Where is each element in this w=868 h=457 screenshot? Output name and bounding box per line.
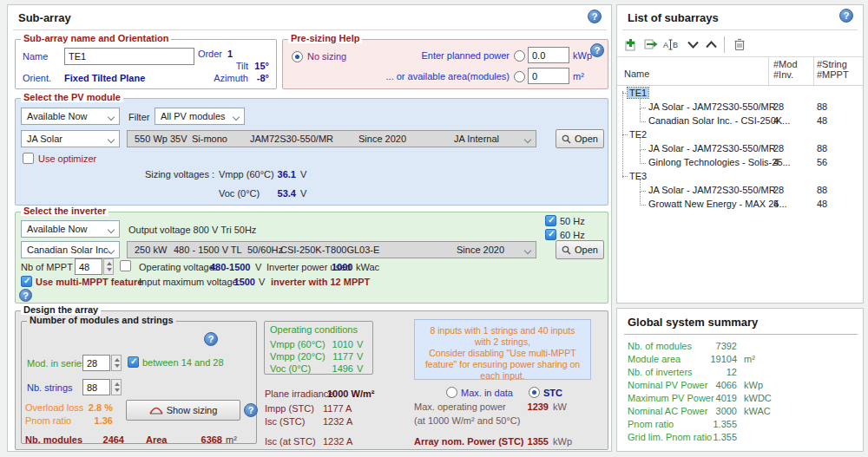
inverter-model-freq: 50/60Hz	[247, 245, 280, 255]
azimuth-value: -8°	[243, 73, 269, 83]
rename-subarray-button[interactable]: AB	[662, 36, 680, 52]
inverter-group: Select the inverter Available Now Output…	[15, 212, 608, 304]
between-label: between 14 and 28	[142, 357, 224, 368]
tilt-label: Tilt	[196, 61, 248, 71]
help-icon[interactable]	[204, 332, 218, 346]
subarray-device-row[interactable]: JA Solar - JAM72S30-550/MR 28 88	[617, 143, 863, 157]
plus-icon	[624, 38, 637, 51]
pnom-ratio-value: 1.36	[78, 415, 113, 426]
subarray-device-row[interactable]: Ginlong Technologies - Solis-25... 4 56	[617, 157, 863, 171]
stc-radio[interactable]	[529, 387, 540, 398]
available-area-input[interactable]	[528, 68, 569, 84]
nb-strings-spinner[interactable]	[111, 379, 122, 395]
move-up-button[interactable]	[702, 36, 720, 52]
use-optimizer-checkbox[interactable]	[23, 153, 34, 164]
duplicate-subarray-button[interactable]	[642, 36, 660, 52]
area-unit: m²	[226, 434, 237, 445]
inverter-manufacturer-combo[interactable]: Canadian Solar Inc.	[21, 241, 120, 258]
max-in-data-label: Max. in data	[461, 388, 513, 398]
stc-label: STC	[543, 388, 562, 398]
inverter-open-button[interactable]: Open	[556, 240, 604, 259]
inverter-model-power: 250 kW	[135, 245, 174, 255]
mod-series-spinner[interactable]	[111, 355, 122, 371]
help-icon[interactable]	[244, 403, 258, 417]
magnifier-icon	[562, 245, 571, 255]
nb-mppt-spinner[interactable]	[103, 258, 114, 275]
header-bottom-line	[617, 85, 863, 86]
move-down-button[interactable]	[684, 36, 701, 52]
column-header-name[interactable]: Name	[624, 69, 649, 79]
between-checkbox[interactable]	[128, 356, 139, 368]
sizing-curve-icon	[149, 406, 163, 415]
subarray-device-row[interactable]: Growatt New Energy - MAX 25... 4 48	[617, 199, 863, 212]
max-operating-power-value: 1239	[523, 402, 549, 412]
help-icon[interactable]	[590, 43, 604, 57]
pv-module-group: Select the PV module Available Now Filte…	[15, 98, 608, 206]
nb-modules-label: Nb. modules	[25, 434, 82, 445]
column-header-mppt[interactable]: #MPPT	[817, 69, 849, 80]
operating-voltage-unit: V	[255, 262, 261, 272]
column-separator	[813, 56, 814, 85]
available-area-label: ... or available area(modules)	[335, 71, 510, 82]
presizing-group: Pre-sizing Help No sizing Enter planned …	[282, 39, 608, 89]
inverter-availability-combo[interactable]: Available Now	[21, 220, 120, 238]
order-value: 1	[227, 49, 266, 59]
no-sizing-radio[interactable]	[292, 51, 303, 62]
pv-open-button[interactable]: Open	[556, 129, 604, 148]
orient-label: Orient.	[23, 73, 51, 83]
subarray-device-row[interactable]: Canadian Solar Inc. - CSI-250K... 4 48	[617, 115, 863, 129]
array-nom-power-label: Array nom. Power (STC)	[414, 436, 524, 447]
summary-row: Module area19104m²	[617, 354, 863, 365]
delete-subarray-button[interactable]	[731, 36, 748, 52]
pv-availability-combo[interactable]: Available Now	[21, 108, 120, 125]
inverter-model-combo[interactable]: 250 kW 480 - 1500 V TL 50/60Hz CSI-250K-…	[127, 241, 536, 258]
planned-power-radio[interactable]	[514, 50, 525, 62]
available-area-radio[interactable]	[514, 71, 525, 82]
group-legend: Design the array	[21, 304, 101, 315]
subarray-device-row[interactable]: JA Solar - JAM72S30-550/MR 28 88	[617, 185, 863, 199]
mod-series-input[interactable]	[82, 355, 110, 371]
pv-model-combo[interactable]: 550 Wp 35V Si-mono JAM72S30-550/MR Since…	[127, 130, 536, 147]
inverter-model-voltage: 480 - 1500 V TL	[174, 245, 247, 255]
global-summary-panel: Global system summary Nb. of modules7392…	[616, 308, 864, 452]
pv-model-power: 550 Wp 35V	[135, 134, 192, 144]
mppt-option-checkbox[interactable]	[120, 260, 131, 271]
show-sizing-button[interactable]: Show sizing	[126, 400, 240, 421]
pv-manufacturer-combo[interactable]: JA Solar	[21, 130, 120, 147]
operating-conditions-title: Operating conditions	[270, 324, 358, 335]
column-header-mod[interactable]: #Mod	[773, 59, 798, 69]
freq-50hz-checkbox[interactable]	[545, 215, 556, 226]
subarray-row[interactable]: TE1	[617, 88, 863, 101]
subarray-row[interactable]: TE2	[617, 129, 863, 143]
column-header-string[interactable]: #String	[817, 59, 847, 69]
multi-mppt-checkbox[interactable]	[21, 276, 32, 287]
name-label: Name	[23, 51, 48, 62]
planned-power-input[interactable]	[528, 47, 569, 63]
voc-label: Voc (0°C)	[219, 188, 260, 199]
subarray-row[interactable]: TE3	[617, 171, 863, 185]
freq-60hz-checkbox[interactable]	[545, 229, 556, 240]
plane-irradiance-value: 1000 W/m²	[327, 388, 374, 399]
isc-stc-label: Isc (STC)	[265, 416, 305, 427]
pv-filter-combo[interactable]: All PV modules	[155, 108, 245, 125]
output-voltage-label: Output voltage 800 V Tri 50Hz	[128, 225, 256, 235]
help-icon[interactable]	[588, 10, 602, 23]
add-subarray-button[interactable]	[621, 36, 639, 52]
operating-voltage-value: 480-1500	[210, 262, 251, 272]
subarray-device-row[interactable]: JA Solar - JAM72S30-550/MR 28 88	[617, 101, 863, 115]
pv-model-name: JAM72S30-550/MR	[250, 134, 358, 144]
column-separator	[768, 56, 769, 85]
arrow-right-icon	[644, 38, 658, 50]
nb-mppt-input[interactable]	[75, 258, 102, 275]
nb-strings-input[interactable]	[82, 379, 110, 395]
tilt-value: 15°	[243, 61, 269, 71]
name-orientation-group: Sub-array name and Orientation Name Orie…	[15, 39, 277, 89]
column-header-inv[interactable]: #Inv.	[773, 69, 793, 80]
design-array-group: Design the array Number of modules and s…	[15, 310, 608, 450]
array-nom-power-value: 1355	[523, 436, 549, 447]
help-icon[interactable]	[839, 9, 853, 23]
max-in-data-radio[interactable]	[446, 387, 457, 398]
help-icon[interactable]	[19, 289, 32, 302]
summary-row: Nb. of modules7392	[617, 341, 863, 352]
group-legend: Sub-array name and Orientation	[21, 33, 171, 43]
